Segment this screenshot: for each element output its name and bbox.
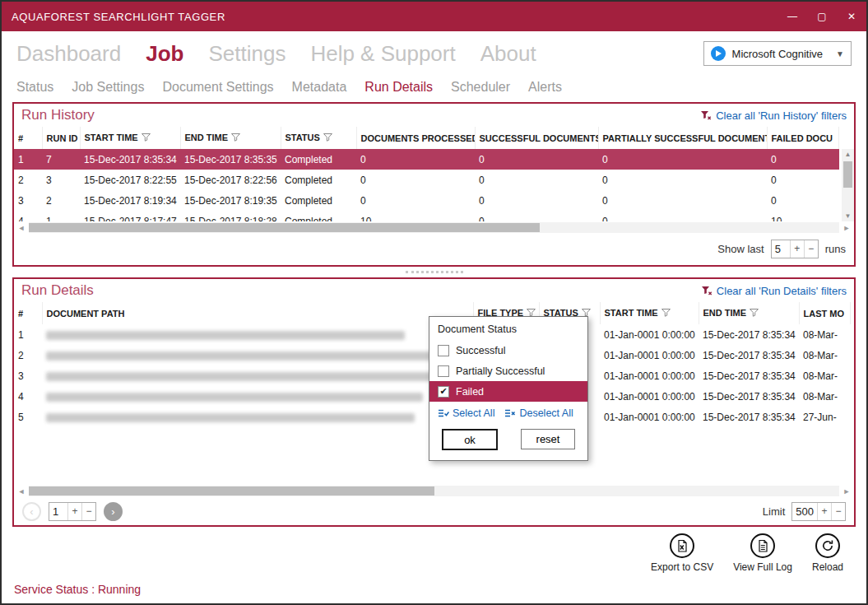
- nav-about[interactable]: About: [480, 41, 536, 67]
- clear-run-details-filters-link[interactable]: Clear all 'Run Details' filters: [701, 285, 847, 297]
- checkbox-failed-checked[interactable]: ✔: [438, 386, 449, 398]
- tab-metadata[interactable]: Metadata: [292, 80, 347, 95]
- col-header-run-id[interactable]: RUN ID: [42, 127, 80, 149]
- export-to-csv-button[interactable]: Export to CSV: [651, 533, 713, 573]
- tab-status[interactable]: Status: [16, 80, 53, 95]
- filter-option-partially-successful[interactable]: Partially Successful: [429, 361, 587, 381]
- col-header-document-path[interactable]: DOCUMENT PATH: [42, 302, 473, 324]
- table-row[interactable]: 3215-Dec-2017 8:19:3415-Dec-2017 8:19:35…: [14, 190, 839, 211]
- filter-funnel-icon[interactable]: [323, 133, 332, 143]
- log-document-icon: [750, 533, 775, 558]
- scroll-left-icon[interactable]: ◄: [16, 224, 26, 232]
- view-full-log-button[interactable]: View Full Log: [733, 533, 792, 573]
- filter-option-successful[interactable]: Successful: [429, 340, 587, 361]
- run-history-title: Run History: [21, 107, 95, 123]
- col-header-documents-processed[interactable]: DOCUMENTS PROCESSED: [356, 127, 475, 149]
- reload-button[interactable]: Reload: [812, 533, 843, 573]
- maximize-button[interactable]: ▢: [807, 2, 837, 31]
- close-button[interactable]: ✕: [837, 2, 866, 31]
- show-last-value[interactable]: 5: [772, 243, 790, 255]
- scroll-up-icon[interactable]: ▲: [845, 149, 852, 160]
- cell-last-modified: 27-Jun-: [799, 407, 851, 427]
- reset-button[interactable]: reset: [521, 429, 575, 449]
- decrement-button[interactable]: −: [81, 503, 95, 520]
- filter-popup-buttons: ok reset: [429, 423, 587, 460]
- splitter-handle[interactable]: [406, 271, 463, 273]
- scroll-right-icon[interactable]: ►: [842, 487, 852, 496]
- filter-option-failed[interactable]: ✔ Failed: [429, 381, 587, 402]
- col-header-last-modified[interactable]: LAST MO: [799, 302, 851, 324]
- col-header-status[interactable]: STATUS: [281, 127, 356, 149]
- filter-funnel-icon[interactable]: [231, 133, 240, 143]
- tab-run-details[interactable]: Run Details: [364, 80, 433, 95]
- tab-document-settings[interactable]: Document Settings: [162, 80, 273, 95]
- clear-filter-icon: [700, 110, 712, 121]
- table-row[interactable]: 4115-Dec-2017 8:17:4715-Dec-2017 8:18:28…: [14, 211, 839, 221]
- decrement-button[interactable]: −: [804, 240, 818, 258]
- deselect-all-link[interactable]: Deselect All: [504, 407, 573, 419]
- horizontal-scroll-thumb[interactable]: [29, 223, 540, 232]
- col-header-successful-documents[interactable]: SUCCESSFUL DOCUMENTS: [475, 127, 598, 149]
- checkbox-successful[interactable]: [438, 345, 449, 356]
- col-header-failed-documents[interactable]: FAILED DOCU: [767, 127, 839, 149]
- document-path-redacted: [46, 393, 423, 402]
- checkbox-partially-successful[interactable]: [438, 365, 449, 377]
- horizontal-scroll-track[interactable]: [29, 222, 839, 233]
- nav-dashboard[interactable]: Dashboard: [16, 41, 121, 67]
- horizontal-scroll-thumb[interactable]: [29, 486, 434, 496]
- nav-job[interactable]: Job: [146, 41, 183, 67]
- cell-documents-processed: 10: [356, 211, 475, 221]
- page-spinner: 1 + −: [49, 502, 96, 521]
- decrement-button[interactable]: −: [831, 503, 845, 520]
- panel-splitter[interactable]: [2, 267, 866, 277]
- check-icon: ✔: [439, 386, 447, 397]
- cell-last-modified: 08-Mar-: [799, 345, 851, 365]
- horizontal-scrollbar[interactable]: ◄ ►: [14, 485, 854, 497]
- engine-selector-dropdown[interactable]: Microsoft Cognitive ▼: [703, 41, 852, 66]
- scroll-down-icon[interactable]: ▼: [845, 211, 852, 221]
- tab-alerts[interactable]: Alerts: [528, 80, 562, 95]
- chevron-left-icon: ‹: [30, 505, 33, 518]
- col-header-start-time[interactable]: START TIME: [80, 127, 180, 149]
- select-all-link[interactable]: Select All: [438, 407, 494, 419]
- horizontal-scroll-track[interactable]: [29, 486, 839, 496]
- col-header-end-time[interactable]: END TIME: [180, 127, 281, 149]
- scroll-left-icon[interactable]: ◄: [16, 487, 26, 496]
- vertical-scroll-thumb[interactable]: [843, 161, 852, 188]
- limit-value[interactable]: 500: [792, 505, 817, 518]
- cell-failed-documents: 0: [767, 190, 839, 211]
- ok-button[interactable]: ok: [442, 429, 498, 450]
- clear-run-history-filters-link[interactable]: Clear all 'Run History' filters: [700, 109, 847, 122]
- previous-page-button[interactable]: ‹: [22, 502, 41, 521]
- reload-label: Reload: [812, 561, 843, 573]
- table-row[interactable]: 2315-Dec-2017 8:22:5515-Dec-2017 8:22:56…: [14, 170, 839, 190]
- cell-num: 1: [14, 324, 42, 345]
- col-header-num[interactable]: #: [14, 302, 42, 324]
- vertical-scrollbar[interactable]: ▲ ▼: [842, 149, 854, 221]
- page-value[interactable]: 1: [49, 505, 67, 518]
- scroll-right-icon[interactable]: ►: [842, 224, 852, 232]
- increment-button[interactable]: +: [817, 503, 831, 520]
- increment-button[interactable]: +: [67, 503, 81, 520]
- tab-job-settings[interactable]: Job Settings: [72, 80, 144, 95]
- cell-end-time: 15-Dec-2017 8:22:56: [180, 170, 281, 190]
- filter-funnel-icon[interactable]: [661, 309, 671, 319]
- cell-start-time: 15-Dec-2017 8:17:47: [80, 211, 180, 221]
- minimize-button[interactable]: —: [777, 2, 807, 31]
- col-header-start-time[interactable]: START TIME: [600, 302, 699, 324]
- filter-funnel-icon[interactable]: [142, 133, 151, 143]
- document-path-redacted: [46, 331, 405, 340]
- col-header-partially-successful-documents[interactable]: PARTIALLY SUCCESSFUL DOCUMENTS: [598, 127, 767, 149]
- cell-partially-successful-documents: 0: [598, 149, 767, 170]
- horizontal-scrollbar[interactable]: ◄ ►: [14, 221, 854, 234]
- nav-help-support[interactable]: Help & Support: [310, 41, 455, 67]
- filter-funnel-icon[interactable]: [750, 309, 759, 319]
- col-header-end-time[interactable]: END TIME: [699, 302, 799, 324]
- cell-num: 3: [14, 190, 42, 211]
- col-header-num[interactable]: #: [14, 127, 42, 149]
- table-row[interactable]: 1715-Dec-2017 8:35:3415-Dec-2017 8:35:35…: [14, 149, 839, 170]
- nav-settings[interactable]: Settings: [208, 41, 285, 67]
- next-page-button[interactable]: ›: [104, 502, 123, 521]
- tab-scheduler[interactable]: Scheduler: [451, 80, 510, 95]
- increment-button[interactable]: +: [790, 240, 804, 258]
